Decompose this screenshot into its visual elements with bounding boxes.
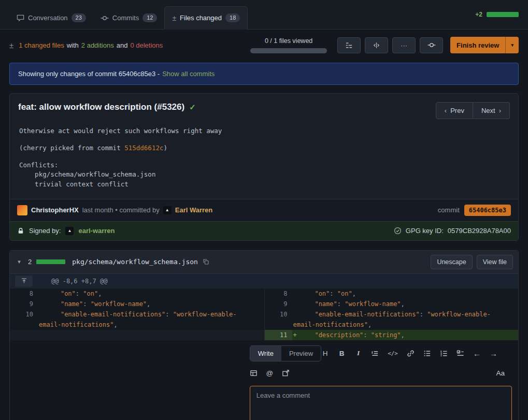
commit-filter-banner: Showing only changes of commit 65406c85e… [9, 63, 519, 85]
view-file-button[interactable]: View file [477, 255, 513, 269]
split-view-icon [373, 41, 380, 49]
code-text: : [363, 331, 370, 339]
committer-avatar[interactable]: ▲ [163, 206, 172, 214]
expand-hunk-button[interactable] [15, 276, 33, 287]
new-line-number[interactable]: 8 [264, 288, 292, 299]
font-toggle-button[interactable]: Aa [496, 369, 505, 377]
code-text: : [76, 290, 83, 297]
reference-icon[interactable] [282, 369, 290, 377]
additions-count: 2 additions [81, 41, 114, 49]
diff-plusminus-icon: ± [9, 41, 13, 50]
code-string: "string" [371, 331, 401, 339]
link-icon[interactable] [407, 350, 415, 357]
diff-summary: ± 1 changed files with 2 additions and 0… [9, 41, 163, 50]
commit-message: Otherwise act would reject such workflow… [10, 125, 518, 199]
unescape-button[interactable]: Unescape [431, 255, 472, 269]
next-commit-button[interactable]: Next › [473, 102, 510, 119]
hunk-header-text: @@ -8,6 +8,7 @@ [38, 278, 107, 285]
signer-avatar[interactable]: ▲ [65, 227, 74, 235]
old-line-number[interactable]: 10 [10, 309, 38, 330]
files-viewed-bar [250, 48, 327, 53]
bold-icon[interactable]: B [338, 350, 346, 357]
prev-label: Prev [450, 107, 464, 114]
commit-sha-badge[interactable]: 65406c85e3 [464, 205, 511, 216]
italic-icon[interactable]: I [354, 349, 362, 357]
numbered-list-icon[interactable] [440, 350, 448, 357]
old-line-number[interactable]: 8 [10, 288, 38, 299]
code-string: "workflow-enable- [173, 311, 237, 318]
code-string: "name" [315, 300, 337, 308]
tab-files-changed-label: Files changed [180, 14, 222, 22]
tab-commits[interactable]: Commits 12 [93, 7, 165, 29]
chevron-right-icon: › [499, 107, 501, 114]
files-changed-count-badge: 18 [225, 13, 240, 22]
code-text: : [83, 300, 90, 308]
new-line-number[interactable]: 9 [264, 299, 292, 309]
code-text: : [337, 300, 345, 308]
file-tree-toggle-button[interactable] [337, 37, 361, 53]
code-text: , [368, 321, 372, 328]
code-icon[interactable]: </> [388, 350, 398, 357]
mention-icon[interactable]: @ [266, 369, 274, 377]
code-text: , [401, 331, 405, 339]
code-text: , [352, 290, 356, 297]
signer-link[interactable]: earl-warren [78, 227, 115, 235]
tab-conversation[interactable]: Conversation 23 [9, 7, 93, 29]
files-viewed-progress: 0 / 1 files viewed [250, 37, 327, 53]
cherry-pick-commit-link[interactable]: 515dd6612c [124, 144, 163, 152]
commit-select-icon [427, 41, 436, 49]
code-string: "on" [337, 290, 352, 297]
comment-textarea[interactable] [250, 386, 512, 420]
author-avatar[interactable] [17, 205, 27, 215]
heading-icon[interactable]: H [321, 350, 329, 357]
table-icon[interactable] [250, 369, 258, 377]
finish-review-label: Finish review [450, 41, 505, 49]
write-tab[interactable]: Write [250, 346, 281, 361]
show-all-commits-link[interactable]: Show all commits [162, 70, 215, 78]
diff-code-line: "on": "on", [39, 288, 261, 299]
diff-toolbar: ± 1 changed files with 2 additions and 0… [0, 30, 528, 60]
code-string: "on" [61, 290, 76, 297]
commit-select-button[interactable] [420, 37, 443, 53]
diff-code-line: "on": "on", [293, 288, 516, 299]
task-list-icon[interactable] [456, 350, 464, 357]
diff-code-line: + "description": "string", [293, 330, 516, 340]
preview-tab[interactable]: Preview [281, 346, 321, 361]
old-code-cell: "on": "on", [38, 288, 264, 299]
new-code-cell: "on": "on", [292, 288, 519, 299]
code-text [300, 331, 315, 339]
pr-tab-bar: Conversation 23 Commits 12 ± Files chang… [0, 0, 528, 30]
commit-label: commit [438, 206, 460, 214]
new-line-number[interactable]: 10 [264, 309, 292, 330]
bullet-list-icon[interactable] [423, 350, 431, 357]
files-viewed-label: 0 / 1 files viewed [265, 37, 312, 45]
file-diff-header: ▾ 2 pkg/schema/workflow_schema.json Unes… [10, 251, 518, 274]
quote-icon[interactable] [371, 350, 379, 357]
collapse-file-chevron-icon[interactable]: ▾ [15, 258, 23, 265]
redo-icon[interactable]: → [490, 349, 497, 358]
diff-view-mode-button[interactable] [365, 37, 388, 53]
tab-commits-label: Commits [112, 14, 139, 22]
prev-commit-button[interactable]: ‹ Prev [436, 102, 473, 119]
commit-conflicts-block: Conflicts: pkg/schema/workflow_schema.js… [19, 161, 509, 190]
diff-line-marker [39, 299, 46, 309]
diffstat-additions: +2 [475, 11, 482, 18]
tab-files-changed[interactable]: ± Files changed 18 [164, 6, 248, 30]
diff-options-button[interactable]: ··· [392, 37, 416, 53]
finish-review-button[interactable]: Finish review ▾ [450, 37, 519, 53]
new-line-number[interactable]: 11 [264, 330, 292, 340]
verified-check-icon [394, 227, 402, 235]
file-name-link[interactable]: pkg/schema/workflow_schema.json [72, 258, 198, 266]
old-line-number[interactable]: 9 [10, 299, 38, 309]
undo-icon[interactable]: ← [473, 349, 481, 358]
diff-line-marker [293, 288, 300, 299]
tab-conversation-label: Conversation [28, 14, 68, 22]
code-string: "workflow-name" [345, 300, 401, 308]
author-name[interactable]: ChristopherHX [31, 206, 79, 214]
file-tree-icon [345, 41, 353, 49]
committer-name[interactable]: Earl Warren [175, 206, 213, 214]
commit-meta-row: ChristopherHX last month • committed by … [10, 199, 518, 221]
diff-code-line: "enable-email-notifications": "workflow-… [293, 309, 516, 320]
copy-file-name-icon[interactable] [203, 258, 209, 265]
old-code-cell: "name": "workflow-name", [38, 299, 264, 309]
